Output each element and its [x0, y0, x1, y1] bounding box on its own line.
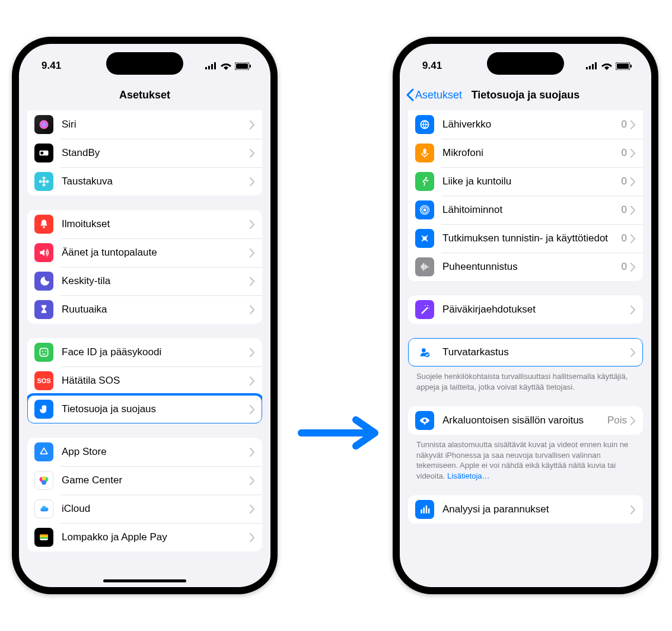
content-right[interactable]: Lähiverkko0Mikrofoni0Liike ja kuntoilu0L…	[400, 110, 651, 587]
row-label: Game Center	[62, 474, 250, 486]
home-indicator[interactable]	[103, 579, 186, 582]
settings-group: Turvatarkastus	[408, 338, 643, 367]
screen-right: 9.41 Asetukset Tietosuoja ja suojaus Läh…	[400, 44, 651, 587]
nearby-row[interactable]: Lähitoiminnot0	[408, 196, 643, 224]
chevron-right-icon	[630, 416, 636, 425]
row-label: Lähitoiminnot	[442, 204, 622, 216]
settings-group: IlmoituksetÄänet ja tuntopalauteKeskity-…	[27, 210, 262, 324]
notifications-row[interactable]: Ilmoitukset	[27, 210, 262, 238]
speech-icon	[415, 257, 434, 276]
row-value: 0	[622, 261, 627, 273]
wallpaper-icon	[34, 172, 53, 191]
svg-rect-48	[421, 509, 422, 514]
svg-point-18	[44, 350, 46, 352]
chevron-right-icon	[630, 348, 636, 357]
sounds-icon	[34, 243, 53, 262]
sensitive-row[interactable]: Arkaluontoisen sisällön varoitusPois	[408, 406, 643, 435]
battery-icon	[235, 62, 251, 70]
faceid-row[interactable]: Face ID ja pääsykoodi	[27, 338, 262, 367]
svg-point-17	[42, 350, 43, 352]
phone-left: 9.41 Asetukset SiriStandByTaustakuvaIlmo…	[12, 37, 278, 594]
icloud-row[interactable]: iCloud	[27, 495, 262, 523]
privacy-icon	[34, 400, 53, 419]
journal-row[interactable]: Päiväkirjaehdotukset	[408, 295, 643, 324]
wallpaper-row[interactable]: Taustakuva	[27, 167, 262, 196]
row-label: Liike ja kuntoilu	[442, 176, 622, 187]
svg-rect-3	[214, 62, 216, 69]
svg-rect-2	[211, 64, 213, 69]
chevron-right-icon	[250, 248, 255, 257]
microphone-row[interactable]: Mikrofoni0	[408, 139, 643, 167]
chevron-right-icon	[250, 177, 255, 186]
status-icons	[205, 62, 251, 70]
chevron-right-icon	[630, 305, 636, 314]
row-value: 0	[622, 147, 627, 159]
row-label: Analyysi ja parannukset	[442, 503, 630, 515]
research-row[interactable]: Tutkimuksen tunnistin- ja käyttötiedot0	[408, 224, 643, 253]
motion-row[interactable]: Liike ja kuntoilu0	[408, 167, 643, 196]
appstore-row[interactable]: App Store	[27, 438, 262, 466]
wifi-icon	[601, 62, 612, 70]
wallet-row[interactable]: Lompakko ja Apple Pay	[27, 523, 262, 552]
screen-left: 9.41 Asetukset SiriStandByTaustakuvaIlmo…	[19, 44, 270, 587]
settings-group: App StoreGame CenteriCloudLompakko ja Ap…	[27, 438, 262, 552]
motion-icon	[415, 172, 434, 191]
status-icons	[586, 62, 632, 70]
local-network-row[interactable]: Lähiverkko0	[408, 110, 643, 139]
footer-link[interactable]: Lisätietoja…	[447, 471, 490, 480]
privacy-row[interactable]: Tietosuoja ja suojaus	[27, 395, 262, 423]
chevron-right-icon	[250, 505, 255, 514]
svg-rect-30	[592, 64, 594, 69]
row-value: Pois	[607, 415, 627, 426]
sos-row[interactable]: SOSHätätila SOS	[27, 367, 262, 395]
screentime-row[interactable]: Ruutuaika	[27, 295, 262, 324]
gamecenter-row[interactable]: Game Center	[27, 466, 262, 495]
svg-point-43	[429, 308, 430, 309]
speech-row[interactable]: Puheentunnistus0	[408, 253, 643, 281]
footer-text: Suojele henkilökohtaista turvallisuuttas…	[416, 372, 628, 391]
svg-point-15	[43, 226, 44, 228]
row-value: 0	[622, 119, 627, 130]
chevron-left-icon	[406, 88, 414, 101]
svg-point-37	[425, 177, 427, 179]
svg-rect-28	[586, 67, 588, 69]
titlebar-left: Asetukset	[19, 79, 270, 110]
svg-point-42	[427, 305, 428, 306]
notch	[487, 52, 564, 75]
back-button[interactable]: Asetukset	[406, 88, 462, 101]
microphone-icon	[415, 144, 434, 162]
content-left[interactable]: SiriStandByTaustakuvaIlmoituksetÄänet ja…	[19, 110, 270, 587]
safetycheck-icon	[415, 343, 434, 362]
siri-row[interactable]: Siri	[27, 110, 262, 139]
row-label: Turvatarkastus	[442, 346, 630, 358]
safetycheck-row[interactable]: Turvatarkastus	[408, 338, 643, 367]
sounds-row[interactable]: Äänet ja tuntopalaute	[27, 238, 262, 267]
notch	[106, 52, 183, 75]
svg-rect-41	[423, 237, 427, 241]
row-label: Päiväkirjaehdotukset	[442, 304, 630, 316]
page-title: Asetukset	[119, 89, 170, 101]
focus-row[interactable]: Keskity-tila	[27, 267, 262, 295]
svg-rect-25	[40, 536, 47, 538]
svg-rect-26	[40, 537, 47, 539]
chevron-right-icon	[250, 348, 255, 357]
cellular-icon	[586, 62, 598, 69]
chevron-right-icon	[630, 177, 636, 186]
row-label: Keskity-tila	[62, 275, 250, 287]
chevron-right-icon	[630, 234, 636, 243]
row-label: Ilmoitukset	[62, 218, 250, 230]
icloud-icon	[34, 499, 53, 518]
row-label: Puheentunnistus	[442, 261, 622, 273]
svg-rect-51	[428, 509, 430, 514]
row-value: 0	[622, 176, 627, 187]
standby-row[interactable]: StandBy	[27, 139, 262, 167]
svg-rect-5	[236, 63, 248, 69]
chevron-right-icon	[630, 263, 636, 272]
row-label: Ruutuaika	[62, 304, 250, 316]
svg-point-10	[43, 180, 46, 183]
analytics-row[interactable]: Analyysi ja parannukset	[408, 495, 643, 524]
titlebar-right: Asetukset Tietosuoja ja suojaus	[400, 79, 651, 110]
screentime-icon	[34, 300, 53, 319]
chevron-right-icon	[250, 533, 255, 542]
settings-group: Arkaluontoisen sisällön varoitusPois	[408, 406, 643, 435]
